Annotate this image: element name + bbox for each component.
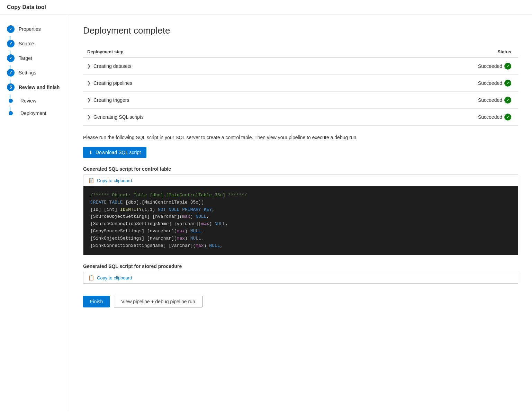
sidebar-label-target: Target [19, 55, 32, 61]
chevron-icon: ❯ [87, 64, 91, 69]
step-name-label: Creating triggers [93, 97, 129, 103]
table-row: ❯ Generating SQL scripts Succeeded ✓ [83, 109, 518, 126]
section-stored-procedure-label: Generated SQL script for stored procedur… [83, 263, 518, 269]
succeeded-icon: ✓ [504, 80, 511, 87]
succeeded-icon: ✓ [504, 63, 511, 70]
table-row: ❯ Creating triggers Succeeded ✓ [83, 92, 518, 109]
step-circle-settings: ✓ [7, 69, 15, 77]
sidebar-label-deployment: Deployment [20, 110, 46, 116]
code-line: [SourceObjectSettings] [nvarchar](max) N… [90, 213, 511, 221]
code-line: /****** Object: Table [dbo].[MainControl… [90, 192, 511, 199]
status-badge: Succeeded ✓ [478, 114, 511, 120]
finish-button[interactable]: Finish [83, 296, 110, 307]
table-row: ❯ Creating datasets Succeeded ✓ [83, 57, 518, 75]
table-row: ❯ Creating pipelines Succeeded ✓ [83, 75, 518, 92]
status-badge: Succeeded ✓ [478, 97, 511, 104]
download-sql-button[interactable]: ⬇ Download SQL script [83, 147, 146, 158]
check-icon-target: ✓ [9, 56, 12, 61]
copy-to-clipboard-control-table[interactable]: Copy to clipboard [97, 178, 132, 183]
step-name-label: Creating datasets [93, 63, 132, 69]
step-dot-deployment [9, 111, 13, 115]
step-circle-review-and-finish: 5 [7, 83, 15, 91]
code-toolbar-stored-procedure[interactable]: 📋 Copy to clipboard [83, 272, 518, 284]
code-line: [SinkObjectSettings] [nvarchar](max) NUL… [90, 235, 511, 242]
code-panel-stored-procedure: 📋 Copy to clipboard [83, 272, 518, 284]
code-line: [Id] [int] IDENTITY(1,1) NOT NULL PRIMAR… [90, 206, 511, 214]
copy-icon-control-table: 📋 [88, 178, 94, 183]
sidebar: ✓ Properties ✓ Source ✓ Target ✓ Setting… [0, 15, 69, 410]
sidebar-label-source: Source [19, 41, 34, 46]
main-content: Deployment complete Deployment step Stat… [69, 15, 532, 410]
chevron-icon: ❯ [87, 115, 91, 119]
status-badge: Succeeded ✓ [478, 63, 511, 70]
deployment-table: Deployment step Status ❯ Creating datase… [83, 46, 518, 126]
check-icon-properties: ✓ [9, 27, 12, 32]
step-name-label: Creating pipelines [93, 80, 132, 86]
col-header-status: Status [341, 46, 518, 57]
step-circle-properties: ✓ [7, 25, 15, 33]
sidebar-label-review-and-finish: Review and finish [19, 84, 60, 90]
copy-icon-stored-procedure: 📋 [88, 275, 94, 280]
check-icon-source: ✓ [9, 41, 12, 46]
check-icon-settings: ✓ [9, 70, 12, 75]
code-toolbar-control-table[interactable]: 📋 Copy to clipboard [83, 175, 518, 186]
sidebar-label-settings: Settings [19, 70, 36, 75]
step-name-label: Generating SQL scripts [93, 114, 144, 120]
sidebar-item-properties[interactable]: ✓ Properties [0, 22, 69, 36]
sql-message: Please run the following SQL script in y… [83, 134, 518, 141]
page-title: Deployment complete [83, 25, 518, 36]
code-line: [CopySourceSettings] [nvarchar](max) NUL… [90, 228, 511, 235]
step-circle-target: ✓ [7, 54, 15, 62]
succeeded-icon: ✓ [504, 114, 511, 120]
code-line: [SourceConnectionSettingsName] [varchar]… [90, 221, 511, 228]
status-badge: Succeeded ✓ [478, 80, 511, 87]
view-pipeline-button[interactable]: View pipeline + debug pipeline run [114, 296, 202, 307]
chevron-icon: ❯ [87, 98, 91, 102]
code-body-control-table: /****** Object: Table [dbo].[MainControl… [83, 186, 518, 255]
step-dot-review [9, 99, 13, 103]
step-number-review-and-finish: 5 [10, 85, 12, 90]
download-icon: ⬇ [89, 150, 93, 155]
section-control-table-label: Generated SQL script for control table [83, 166, 518, 172]
code-line: CREATE TABLE [dbo].[MainControlTable_35o… [90, 199, 511, 206]
chevron-icon: ❯ [87, 81, 91, 86]
app-title: Copy Data tool [0, 0, 532, 15]
download-sql-label: Download SQL script [96, 150, 141, 155]
sidebar-label-review: Review [20, 98, 36, 104]
footer-buttons: Finish View pipeline + debug pipeline ru… [83, 292, 518, 314]
succeeded-icon: ✓ [504, 97, 511, 104]
sidebar-label-properties: Properties [19, 26, 41, 32]
copy-to-clipboard-stored-procedure[interactable]: Copy to clipboard [97, 275, 132, 280]
step-circle-source: ✓ [7, 40, 15, 47]
code-line: [SinkConnectionSettingsName] [varchar](m… [90, 242, 511, 250]
code-panel-control-table: 📋 Copy to clipboard /****** Object: Tabl… [83, 174, 518, 255]
col-header-step: Deployment step [83, 46, 341, 57]
